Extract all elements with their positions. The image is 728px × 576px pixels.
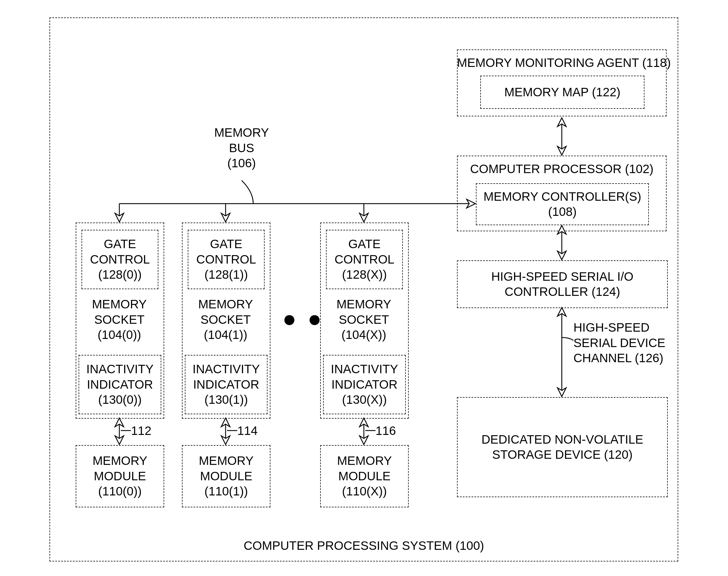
gate-control-1: GATE CONTROL (128(1)) [188, 230, 264, 289]
gate-control-x-label: GATE CONTROL (128(X)) [334, 236, 394, 283]
gate-control-0: GATE CONTROL (128(0)) [82, 230, 158, 289]
memory-map-box: MEMORY MAP (122) [480, 76, 644, 109]
memory-map-label: MEMORY MAP (122) [504, 85, 620, 100]
agent-label: MEMORY MONITORING AGENT (118) [457, 55, 667, 71]
inactivity-x-label: INACTIVITY INDICATOR (130(X)) [331, 362, 398, 408]
memory-bus-label: MEMORY BUS (106) [204, 125, 279, 171]
inactivity-1-label: INACTIVITY INDICATOR (130(1)) [192, 362, 260, 408]
module-x: MEMORY MODULE (110(X)) [320, 445, 409, 507]
serial-io-label: HIGH-SPEED SERIAL I/O CONTROLLER (124) [491, 269, 634, 300]
gate-control-x: GATE CONTROL (128(X)) [326, 230, 403, 289]
module-0-label: MEMORY MODULE (110(0)) [92, 453, 147, 499]
socket-0-label: MEMORY SOCKET (104(0)) [76, 297, 163, 343]
socket-x-label: MEMORY SOCKET (104(X)) [320, 297, 408, 343]
gate-control-0-label: GATE CONTROL (128(0)) [90, 236, 150, 283]
conn-0-label: 112 [131, 423, 160, 439]
storage-label: DEDICATED NON-VOLATILE STORAGE DEVICE (1… [481, 432, 643, 463]
gate-control-1-label: GATE CONTROL (128(1)) [196, 236, 256, 283]
system-title: COMPUTER PROCESSING SYSTEM (100) [50, 538, 678, 554]
inactivity-1: INACTIVITY INDICATOR (130(1)) [185, 355, 268, 414]
socket-1-label: MEMORY SOCKET (104(1)) [182, 297, 269, 343]
inactivity-0-label: INACTIVITY INDICATOR (130(0)) [86, 362, 153, 408]
module-1-label: MEMORY MODULE (110(1)) [199, 453, 254, 499]
processor-label: COMPUTER PROCESSOR (102) [457, 162, 667, 177]
serial-channel-label: HIGH-SPEED SERIAL DEVICE CHANNEL (126) [573, 320, 672, 366]
conn-x-label: 116 [375, 423, 404, 439]
inactivity-x: INACTIVITY INDICATOR (130(X)) [323, 355, 406, 414]
memory-controllers-box: MEMORY CONTROLLER(S) (108) [476, 183, 649, 225]
memory-controllers-label: MEMORY CONTROLLER(S) (108) [483, 189, 641, 220]
module-x-label: MEMORY MODULE (110(X)) [337, 453, 392, 499]
module-0: MEMORY MODULE (110(0)) [76, 445, 164, 507]
inactivity-0: INACTIVITY INDICATOR (130(0)) [79, 355, 161, 414]
storage-box: DEDICATED NON-VOLATILE STORAGE DEVICE (1… [457, 397, 668, 497]
serial-io-box: HIGH-SPEED SERIAL I/O CONTROLLER (124) [457, 260, 668, 308]
conn-1-label: 114 [237, 423, 267, 439]
module-1: MEMORY MODULE (110(1)) [182, 445, 271, 507]
